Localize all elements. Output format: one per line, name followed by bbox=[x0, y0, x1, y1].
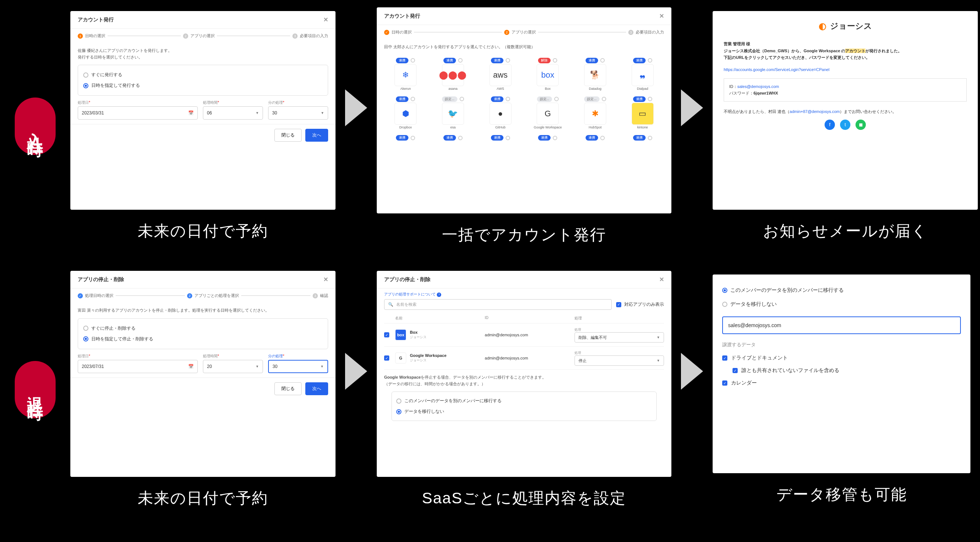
select-ring-icon bbox=[602, 97, 606, 101]
facebook-icon[interactable]: f bbox=[824, 120, 835, 130]
radio-no-migrate[interactable]: データを移行しない bbox=[722, 297, 961, 311]
next-button[interactable]: 次へ bbox=[305, 382, 328, 395]
input-process-date[interactable]: 2023/07/31📅 bbox=[78, 360, 198, 373]
app-icon: 🐦 bbox=[442, 103, 464, 125]
email-line: が発行されました。 bbox=[865, 49, 902, 53]
app-sub: ジョーシス bbox=[410, 335, 426, 339]
select-hour[interactable]: 20▼ bbox=[203, 360, 263, 373]
close-button[interactable]: 閉じる bbox=[274, 129, 302, 142]
select-action[interactable]: 停止▼ bbox=[574, 355, 664, 366]
radio-issue-now[interactable]: すぐに発行する bbox=[83, 70, 323, 80]
search-placeholder: 名前を検索 bbox=[396, 302, 417, 307]
social-icon[interactable]: ◼ bbox=[856, 120, 866, 130]
radio-migrate[interactable]: このメンバーのデータを別のメンバーに移行する bbox=[722, 283, 961, 297]
app-name-label: Dialpad bbox=[637, 87, 648, 90]
proc-label: 処理 bbox=[574, 328, 581, 331]
checkbox-icon: ✓ bbox=[722, 380, 727, 386]
app-cell[interactable]: 連携 ⬤⬤⬤ asana bbox=[432, 56, 475, 90]
app-badge: 連携 bbox=[444, 135, 456, 141]
field-label-minute: 分の処理 bbox=[268, 100, 283, 105]
checkbox-row[interactable]: ✓ ドライブとドキュメント bbox=[722, 352, 961, 364]
app-cell[interactable]: 連携 ❄ Akerun bbox=[384, 56, 427, 90]
app-badge: 設定... bbox=[442, 97, 457, 102]
select-hour[interactable]: 06▼ bbox=[203, 106, 263, 120]
note-text: を停止する場合、データを別のメンバーに移行することができます。 bbox=[421, 375, 546, 379]
app-name-label: kintone bbox=[637, 125, 648, 129]
password-value: 6jqewr1WHX bbox=[754, 91, 778, 95]
radio-issue-scheduled[interactable]: 日時を指定して発行する bbox=[83, 80, 323, 91]
next-button[interactable]: 次へ bbox=[305, 129, 328, 142]
select-minute[interactable]: 30▼ bbox=[268, 106, 328, 120]
close-icon[interactable]: ✕ bbox=[323, 16, 328, 23]
row-checkbox[interactable]: ✓ bbox=[384, 332, 389, 338]
search-input[interactable]: 🔍名前を検索 bbox=[384, 299, 612, 310]
input-process-date[interactable]: 2023/03/31📅 bbox=[78, 106, 198, 120]
app-cell[interactable]: 連携 ▭ kintone bbox=[621, 95, 664, 129]
email-url-link[interactable]: https://accounts.google.com/ServiceLogin… bbox=[724, 67, 829, 72]
radio-stop-scheduled[interactable]: 日時を指定して停止・削除する bbox=[83, 334, 323, 344]
id-value[interactable]: sales@demojosys.com bbox=[737, 84, 779, 89]
radio-stop-now[interactable]: すぐに停止・削除する bbox=[83, 323, 323, 334]
step-label-3: 必要項目の入力 bbox=[300, 33, 328, 39]
app-cell[interactable]: 連携 ⬢ Dropbox bbox=[384, 95, 427, 129]
filter-checkbox[interactable]: ✓対応アプリのみ表示 bbox=[616, 301, 664, 307]
twitter-icon[interactable]: t bbox=[840, 120, 850, 130]
checkbox-row[interactable]: ✓ カレンダー bbox=[722, 377, 961, 389]
app-badge: 連携 bbox=[491, 135, 503, 141]
app-icon: aws bbox=[490, 64, 512, 86]
app-cell[interactable]: 連携 bbox=[574, 133, 617, 141]
flow-arrow-icon bbox=[345, 89, 367, 126]
card-account-issue-step1: アカウント発行 ✕ 1日時の選択 2アプリの選択 3必要項目の入力 佐藤 優紀さ… bbox=[70, 11, 336, 210]
action-value: 削除、編集不可 bbox=[579, 335, 607, 340]
app-cell[interactable]: 連携 🐕 Datadog bbox=[574, 56, 617, 90]
contact-email-link[interactable]: admin+87@demojosys.com bbox=[790, 109, 840, 114]
select-minute[interactable]: 30▼ bbox=[268, 360, 328, 373]
app-cell[interactable]: 設定... 🐦 esa bbox=[432, 95, 475, 129]
step-dot-2: 2 bbox=[187, 293, 192, 298]
checkbox-row[interactable]: ✓ 誰とも共有されていないファイルを含める bbox=[722, 364, 961, 377]
app-cell[interactable]: 連携 bbox=[526, 133, 570, 141]
caption: 一括でアカウント発行 bbox=[442, 225, 606, 245]
app-cell[interactable]: 連携 bbox=[479, 133, 522, 141]
app-cell[interactable]: 設定... ✱ HubSpot bbox=[574, 95, 617, 129]
close-icon[interactable]: ✕ bbox=[323, 276, 328, 283]
app-cell[interactable]: 連携 bbox=[621, 133, 664, 141]
app-cell: box Boxジョーシス bbox=[395, 329, 485, 340]
app-cell[interactable]: 連携 bbox=[432, 133, 475, 141]
chevron-down-icon: ▼ bbox=[256, 111, 259, 115]
caption: お知らせメールが届く bbox=[763, 221, 928, 241]
app-badge: 連携 bbox=[396, 58, 409, 63]
app-cell[interactable]: 連携 bbox=[384, 133, 427, 141]
step-dot-3: 3 bbox=[628, 30, 633, 35]
app-cell[interactable]: 連携 ● GitHub bbox=[479, 95, 522, 129]
th-name: 名前 bbox=[395, 316, 485, 321]
input-target-email[interactable]: sales@demojosys.com bbox=[722, 317, 961, 334]
close-icon[interactable]: ✕ bbox=[659, 276, 664, 283]
radio-migrate[interactable]: このメンバーのデータを別のメンバーに移行する bbox=[396, 396, 652, 406]
row-checkbox[interactable]: ✓ bbox=[384, 355, 389, 361]
minute-value: 30 bbox=[272, 364, 277, 369]
app-cell[interactable]: 解除 box Box bbox=[526, 56, 570, 90]
close-icon[interactable]: ✕ bbox=[659, 13, 664, 19]
radio-label: すぐに停止・削除する bbox=[91, 325, 135, 331]
select-action[interactable]: 削除、編集不可▼ bbox=[574, 332, 664, 342]
app-cell[interactable]: 設定... G Google Workspace bbox=[526, 95, 570, 129]
radio-icon bbox=[83, 83, 88, 88]
radio-no-migrate[interactable]: データを移行しない bbox=[396, 406, 652, 417]
modal-title: アカウント発行 bbox=[78, 17, 114, 23]
caption: 未来の日付で予約 bbox=[138, 221, 268, 241]
hour-value: 20 bbox=[207, 364, 212, 369]
app-name-label: Datadog bbox=[589, 87, 601, 90]
radio-label: データを移行しない bbox=[730, 301, 777, 307]
app-badge: 連携 bbox=[491, 97, 503, 102]
app-cell[interactable]: 連携 aws AWS bbox=[479, 56, 522, 90]
app-icon: G bbox=[536, 103, 559, 125]
app-grid: 連携 ❄ Akerun 連携 ⬤⬤⬤ asana 連携 aws AWS 解除 b… bbox=[377, 56, 671, 141]
radio-icon bbox=[83, 73, 88, 78]
password-label: パスワード： bbox=[729, 91, 754, 95]
app-cell[interactable]: 連携 ❠ Dialpad bbox=[621, 56, 664, 90]
step-dot-1: ✓ bbox=[384, 30, 389, 35]
help-link[interactable]: アプリの処理サポートについて bbox=[384, 292, 436, 296]
close-button[interactable]: 閉じる bbox=[274, 382, 302, 395]
credential-box: ID：sales@demojosys.com パスワード：6jqewr1WHX bbox=[724, 78, 967, 101]
